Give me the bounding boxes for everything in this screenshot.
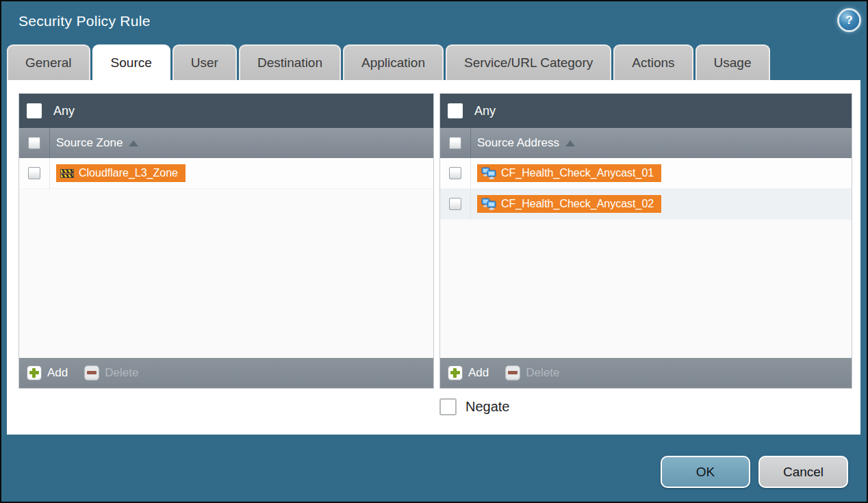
source-address-panel: Any Source Address [439, 93, 852, 389]
tab-usage[interactable]: Usage [695, 44, 770, 80]
delete-button[interactable]: Delete [505, 365, 559, 381]
source-address-select-all-checkbox[interactable] [449, 137, 461, 149]
tab-application[interactable]: Application [343, 44, 444, 80]
sort-ascending-icon [565, 140, 575, 146]
source-zone-select-all-checkbox[interactable] [28, 137, 40, 149]
tab-destination[interactable]: Destination [239, 44, 341, 80]
address-icon [481, 198, 496, 210]
source-zone-column-header: Source Zone [19, 128, 433, 158]
source-address-column-header: Source Address [440, 128, 852, 158]
add-button[interactable]: Add [27, 365, 68, 381]
ok-button[interactable]: OK [661, 456, 750, 488]
negate-checkbox[interactable] [439, 398, 457, 415]
delete-button[interactable]: Delete [84, 365, 138, 381]
row-checkbox[interactable] [449, 198, 461, 210]
table-row: Cloudflare_L3_Zone [19, 158, 433, 189]
source-zone-panel: Any Source Zone [18, 93, 434, 389]
row-checkbox[interactable] [449, 167, 461, 179]
minus-icon [505, 365, 520, 381]
tab-bar: General Source User Destination Applicat… [7, 44, 770, 83]
source-zone-any-header: Any [19, 94, 433, 128]
source-zone-column-label[interactable]: Source Zone [56, 136, 123, 150]
tab-general[interactable]: General [7, 44, 90, 80]
source-address-list: CF_Health_Check_Anycast_01 [440, 158, 852, 358]
add-label: Add [468, 366, 489, 380]
negate-control: Negate [439, 398, 510, 415]
table-row: CF_Health_Check_Anycast_02 [440, 189, 852, 220]
add-button[interactable]: Add [448, 365, 489, 381]
source-tab-content: Any Source Zone [7, 80, 860, 435]
negate-label: Negate [465, 399, 510, 415]
zone-entry-cloudflare-l3-zone[interactable]: Cloudflare_L3_Zone [56, 164, 186, 182]
tab-user[interactable]: User [173, 44, 237, 80]
zone-icon [60, 168, 74, 179]
plus-icon [448, 365, 463, 381]
tab-source[interactable]: Source [92, 44, 170, 83]
page-title: Security Policy Rule [18, 13, 151, 29]
address-icon [481, 167, 496, 179]
delete-label: Delete [526, 366, 559, 380]
help-icon[interactable]: ? [839, 10, 859, 30]
source-address-any-label: Any [474, 104, 496, 118]
tab-actions[interactable]: Actions [613, 44, 693, 80]
cancel-button[interactable]: Cancel [758, 456, 848, 488]
address-entry-anycast-02[interactable]: CF_Health_Check_Anycast_02 [477, 195, 661, 213]
table-row: CF_Health_Check_Anycast_01 [440, 158, 852, 189]
delete-label: Delete [105, 366, 138, 380]
address-entry-label: CF_Health_Check_Anycast_02 [501, 198, 654, 210]
security-policy-rule-dialog: Security Policy Rule ? General Source Us… [0, 0, 868, 503]
source-zone-footer: Add Delete [19, 358, 433, 388]
source-address-any-header: Any [440, 94, 852, 128]
source-zone-list: Cloudflare_L3_Zone [19, 158, 433, 358]
zone-entry-label: Cloudflare_L3_Zone [79, 167, 178, 179]
plus-icon [27, 365, 42, 381]
source-zone-any-label: Any [53, 104, 75, 118]
source-address-footer: Add Delete [440, 358, 852, 388]
address-entry-anycast-01[interactable]: CF_Health_Check_Anycast_01 [477, 164, 661, 182]
source-address-column-label[interactable]: Source Address [477, 136, 559, 150]
address-entry-label: CF_Health_Check_Anycast_01 [501, 167, 654, 179]
minus-icon [84, 365, 99, 381]
sort-ascending-icon [129, 140, 138, 146]
tab-service-url-category[interactable]: Service/URL Category [446, 44, 611, 80]
add-label: Add [47, 366, 68, 380]
row-checkbox[interactable] [28, 167, 40, 179]
source-address-any-checkbox[interactable] [448, 103, 463, 118]
source-zone-any-checkbox[interactable] [27, 103, 42, 118]
